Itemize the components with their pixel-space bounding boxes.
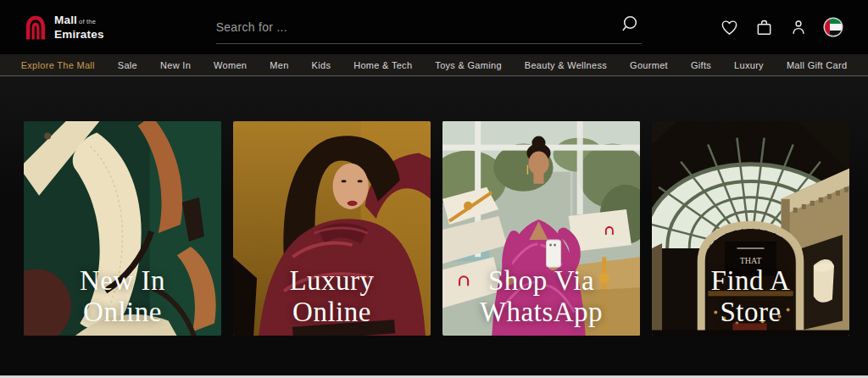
nav-item-new-in[interactable]: New In <box>160 60 191 70</box>
card-shop-via-whatsapp[interactable]: Shop ViaWhatsApp <box>442 121 640 336</box>
find-a-store-photo: THAT <box>652 121 849 336</box>
nav-item-luxury[interactable]: Luxury <box>734 60 764 70</box>
nav-item-mall-gift-card[interactable]: Mall Gift Card <box>787 60 847 70</box>
nav-item-home-tech[interactable]: Home & Tech <box>353 60 412 70</box>
uae-flag-icon[interactable] <box>822 16 844 38</box>
search-bar <box>216 10 642 44</box>
hero-section: New InOnline <box>0 76 868 378</box>
mall-of-the-emirates-homepage: Mallof the Emirates <box>0 0 868 378</box>
card-new-in-online[interactable]: New InOnline <box>24 121 221 336</box>
promo-cards: New InOnline <box>24 121 849 336</box>
category-nav: Explore The Mall Sale New In Women Men K… <box>0 54 868 76</box>
arch-logo-icon <box>24 14 47 41</box>
nav-item-toys-gaming[interactable]: Toys & Gaming <box>435 60 501 70</box>
nav-item-explore-the-mall[interactable]: Explore The Mall <box>21 60 95 70</box>
search-input[interactable] <box>216 20 620 34</box>
nav-item-beauty-wellness[interactable]: Beauty & Wellness <box>525 60 607 70</box>
brand-wordmark: Mallof the Emirates <box>54 13 104 42</box>
nav-item-men[interactable]: Men <box>270 60 288 70</box>
nav-item-gourmet[interactable]: Gourmet <box>630 60 668 70</box>
nav-item-gifts[interactable]: Gifts <box>691 60 711 70</box>
shop-via-whatsapp-photo <box>442 121 640 336</box>
nav-item-women[interactable]: Women <box>214 60 247 70</box>
search-icon[interactable] <box>620 14 642 40</box>
brand-logo[interactable]: Mallof the Emirates <box>24 13 104 42</box>
store-sign-text: THAT <box>740 256 762 265</box>
card-find-a-store[interactable]: THAT Find AStore <box>652 121 849 336</box>
user-icon[interactable] <box>787 16 810 38</box>
luxury-online-photo <box>233 121 431 336</box>
header-actions <box>718 16 844 38</box>
shopping-bag-icon[interactable] <box>753 16 775 38</box>
heart-icon[interactable] <box>718 16 740 38</box>
site-header: Mallof the Emirates <box>0 0 868 54</box>
nav-item-kids[interactable]: Kids <box>312 60 331 70</box>
card-luxury-online[interactable]: LuxuryOnline <box>233 121 431 336</box>
nav-item-sale[interactable]: Sale <box>118 60 137 70</box>
new-in-online-photo <box>24 121 221 336</box>
